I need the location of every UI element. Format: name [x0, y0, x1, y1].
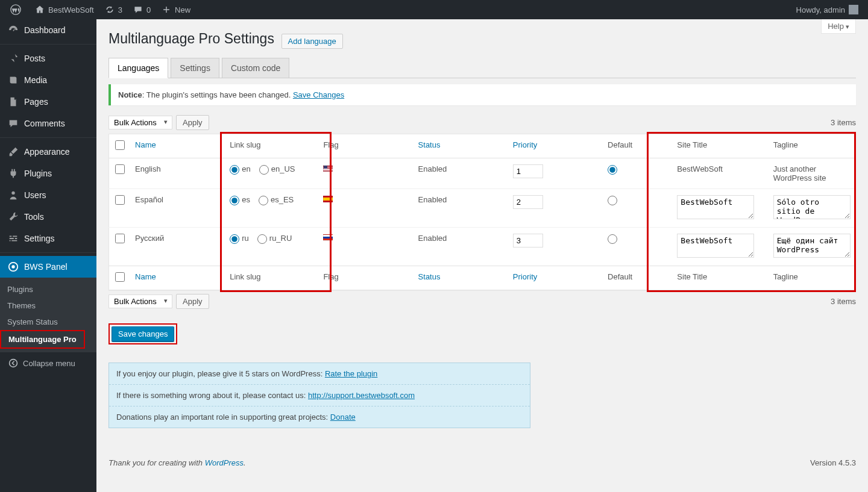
help-tab[interactable]: Help: [821, 19, 856, 34]
default-radio[interactable]: [608, 165, 617, 175]
col-name-f[interactable]: Name: [129, 266, 224, 290]
submenu-system-status[interactable]: System Status: [0, 314, 96, 330]
col-status[interactable]: Status: [412, 134, 507, 158]
row-tagline: [767, 228, 856, 266]
rate-plugin-link[interactable]: Rate the plugin: [325, 369, 377, 378]
menu-posts[interactable]: Posts: [0, 48, 96, 69]
priority-input[interactable]: [513, 164, 543, 178]
apply-button-top[interactable]: Apply: [176, 115, 209, 130]
tagline-input[interactable]: [773, 234, 851, 258]
svg-point-4: [10, 360, 17, 367]
dashboard-icon: [7, 24, 19, 36]
col-site-title-f: Site Title: [671, 266, 767, 290]
menu-bws-panel[interactable]: BWS Panel: [0, 256, 96, 278]
updates-icon: [104, 4, 116, 16]
menu-settings[interactable]: Settings: [0, 228, 96, 249]
col-slug: Link slug: [224, 134, 317, 158]
select-all-bottom[interactable]: [115, 272, 125, 282]
site-title-input[interactable]: [677, 234, 754, 258]
default-radio[interactable]: [608, 234, 617, 244]
wp-logo[interactable]: [5, 0, 29, 19]
col-default: Default: [602, 134, 671, 158]
row-slug: eses_ES: [224, 189, 317, 228]
bulk-action-select-top[interactable]: Bulk Actions: [108, 116, 172, 129]
items-count-top: 3 items: [831, 118, 856, 127]
admin-sidebar: Dashboard Posts Media Pages Comments App…: [0, 19, 96, 492]
row-site-title: [671, 189, 767, 228]
submenu-themes[interactable]: Themes: [0, 297, 96, 314]
info-support-text: If there is something wrong about it, pl…: [116, 391, 308, 400]
wordpress-icon: [10, 4, 22, 16]
nav-tabs: Languages Settings Custom code: [108, 58, 856, 78]
add-language-button[interactable]: Add language: [281, 34, 343, 49]
tab-settings[interactable]: Settings: [171, 58, 219, 78]
row-flag: [317, 189, 412, 228]
apply-button-bottom[interactable]: Apply: [176, 294, 209, 309]
submenu-plugins[interactable]: Plugins: [0, 281, 96, 297]
tab-custom-code[interactable]: Custom code: [222, 58, 289, 78]
submenu-multilanguage-pro[interactable]: Multilanguage Pro: [0, 330, 85, 349]
row-checkbox[interactable]: [115, 164, 125, 174]
col-priority[interactable]: Priority: [507, 134, 602, 158]
priority-input[interactable]: [513, 234, 543, 248]
menu-media[interactable]: Media: [0, 69, 96, 91]
sliders-icon: [7, 232, 19, 244]
svg-point-3: [11, 265, 14, 268]
save-changes-button[interactable]: Save changes: [112, 326, 174, 341]
slug-radio-long[interactable]: [259, 196, 268, 205]
comments-link[interactable]: 0: [127, 0, 156, 19]
row-checkbox[interactable]: [115, 195, 125, 205]
comment-icon: [132, 4, 144, 16]
flag-icon: [323, 165, 333, 172]
slug-radio-long[interactable]: [257, 234, 267, 244]
row-status: Enabled: [412, 228, 507, 266]
notice-save-link[interactable]: Save Changes: [293, 90, 344, 99]
items-count-bottom: 3 items: [831, 297, 856, 306]
default-radio[interactable]: [608, 196, 617, 205]
slug-radio-short[interactable]: [230, 196, 239, 205]
row-status: Enabled: [412, 189, 507, 228]
donate-link[interactable]: Donate: [330, 413, 356, 422]
tab-languages[interactable]: Languages: [108, 58, 168, 78]
slug-radio-short[interactable]: [230, 165, 239, 175]
notice-text: : The plugin's settings have been change…: [142, 90, 293, 99]
media-icon: [7, 74, 19, 86]
menu-pages[interactable]: Pages: [0, 91, 96, 113]
bulk-action-select-bottom[interactable]: Bulk Actions: [108, 294, 172, 308]
col-default-f: Default: [602, 266, 671, 290]
my-account-link[interactable]: Howdy, admin: [791, 0, 863, 19]
slug-radio-long[interactable]: [259, 165, 269, 175]
footer-wp-link[interactable]: WordPress: [205, 458, 244, 467]
col-name[interactable]: Name: [129, 134, 224, 158]
menu-comments[interactable]: Comments: [0, 113, 96, 134]
menu-dashboard[interactable]: Dashboard: [0, 19, 96, 41]
menu-plugins[interactable]: Plugins: [0, 163, 96, 184]
slug-radio-short[interactable]: [230, 234, 239, 244]
row-checkbox[interactable]: [115, 234, 125, 243]
site-name-link[interactable]: BestWebSoft: [29, 0, 99, 19]
admin-bar: BestWebSoft 3 0 New Howdy, admin: [0, 0, 868, 19]
collapse-menu-button[interactable]: Collapse menu: [0, 352, 96, 374]
col-flag-f: Flag: [317, 266, 412, 290]
menu-tools[interactable]: Tools: [0, 206, 96, 228]
bws-icon: [7, 261, 19, 273]
support-link[interactable]: http://support.bestwebsoft.com: [308, 391, 415, 400]
priority-input[interactable]: [513, 195, 543, 209]
tagline-input[interactable]: [773, 195, 851, 219]
row-name: English: [129, 158, 224, 189]
updates-count: 3: [118, 5, 122, 14]
row-name: Español: [129, 189, 224, 228]
row-site-title: BestWebSoft: [671, 158, 767, 189]
languages-table: Name Link slug Flag Status Priority Defa…: [108, 134, 856, 290]
plugin-info-box: If you enjoy our plugin, please give it …: [108, 363, 530, 428]
site-title-input[interactable]: [677, 195, 754, 219]
col-tagline: Tagline: [767, 134, 856, 158]
col-site-title: Site Title: [671, 134, 767, 158]
menu-users[interactable]: Users: [0, 184, 96, 206]
updates-link[interactable]: 3: [99, 0, 127, 19]
new-content-link[interactable]: New: [156, 0, 195, 19]
select-all-top[interactable]: [115, 140, 125, 150]
col-status-f[interactable]: Status: [412, 266, 507, 290]
col-priority-f[interactable]: Priority: [507, 266, 602, 290]
menu-appearance[interactable]: Appearance: [0, 141, 96, 163]
